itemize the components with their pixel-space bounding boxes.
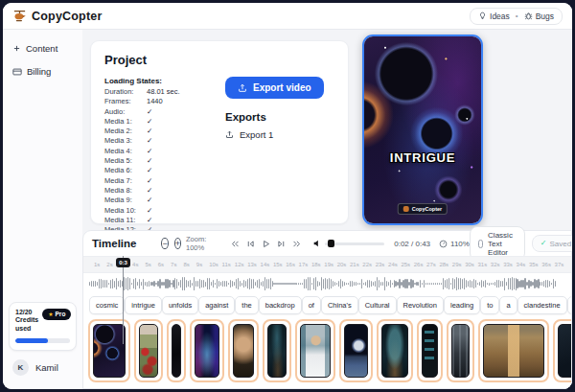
- ruler-tick: 26s: [414, 262, 424, 267]
- waveform-bar: [240, 281, 241, 286]
- sidebar-item-billing[interactable]: Billing: [12, 66, 73, 77]
- waveform-bar: [259, 279, 260, 288]
- stat-row: Media 2:✓: [104, 127, 218, 136]
- stat-row: Media 1:✓: [104, 117, 218, 127]
- waveform-bar: [479, 282, 480, 286]
- waveform-bar: [466, 280, 467, 288]
- waveform-bar: [149, 281, 150, 288]
- speed-gauge-icon: [439, 240, 448, 248]
- stat-label: Media 2:: [104, 127, 147, 136]
- skip-forward-button[interactable]: [292, 240, 301, 248]
- clip-scientist[interactable]: [295, 319, 335, 382]
- ruler-tick: 32s: [491, 262, 500, 267]
- waveform-bar: [147, 282, 148, 287]
- waveform-bar: [253, 279, 254, 288]
- next-frame-button[interactable]: [277, 240, 286, 248]
- video-preview[interactable]: INTRIGUE CopyCopter: [362, 35, 483, 225]
- volume-slider[interactable]: [325, 242, 384, 245]
- volume-slider-handle[interactable]: [328, 240, 334, 247]
- waveform-bar: [116, 278, 117, 290]
- clip-control-screens[interactable]: [417, 319, 443, 382]
- audio-waveform[interactable]: [89, 274, 565, 293]
- waveform-bar: [342, 281, 343, 287]
- waveform-bar: [504, 278, 505, 290]
- word-chip[interactable]: a: [499, 296, 517, 314]
- waveform-bar: [350, 281, 351, 287]
- word-chip[interactable]: war: [567, 296, 571, 314]
- stat-row: Frames:1440: [104, 97, 218, 106]
- stat-label: Media 3:: [104, 136, 147, 146]
- skip-back-button[interactable]: [231, 240, 240, 248]
- ideas-button[interactable]: Ideas: [478, 12, 510, 21]
- waveform-bar: [462, 279, 463, 289]
- ruler-tick: 6s: [158, 262, 164, 267]
- word-chip[interactable]: to: [480, 296, 499, 314]
- export-item[interactable]: Export 1: [225, 129, 334, 140]
- word-chip[interactable]: Revolution: [397, 296, 444, 314]
- word-chip[interactable]: intrigue: [125, 296, 162, 314]
- stat-row: Media 5:✓: [104, 156, 218, 166]
- timeline-ruler[interactable]: 1s2s3s4s5s6s7s8s9s10s11s12s13s14s15s16s1…: [83, 256, 571, 273]
- waveform-bar: [257, 280, 258, 288]
- waveform-bar: [481, 280, 482, 288]
- clip-elderly-man[interactable]: [228, 319, 259, 382]
- clip-planet-horizon[interactable]: [339, 319, 373, 382]
- stat-row: Media 10:✓: [104, 206, 218, 216]
- waveform-bar: [336, 283, 337, 286]
- helicopter-logo-icon: [12, 9, 27, 23]
- word-chip[interactable]: clandestine: [518, 296, 567, 314]
- clip-red-flower-field[interactable]: [134, 319, 163, 382]
- clip-war-room-map[interactable]: [377, 319, 413, 382]
- clip-dark-ship[interactable]: [553, 319, 571, 382]
- clip-neon-city[interactable]: [190, 319, 224, 382]
- waveform-bar: [494, 282, 495, 286]
- project-title: Project: [104, 53, 334, 67]
- waveform-bar: [377, 277, 378, 289]
- user-profile[interactable]: K Kamil: [9, 351, 77, 383]
- stat-row: Media 4:✓: [104, 147, 218, 156]
- clip-soldiers[interactable]: [447, 319, 474, 382]
- clip-dark-figure[interactable]: [167, 319, 186, 382]
- word-chip[interactable]: backdrop: [259, 296, 302, 314]
- waveform-bar: [367, 280, 368, 288]
- word-chip[interactable]: the: [235, 296, 258, 314]
- checkbox-icon[interactable]: [478, 240, 483, 248]
- ideas-label: Ideas: [490, 12, 510, 21]
- word-chip[interactable]: unfolds: [162, 296, 198, 314]
- bugs-button[interactable]: Bugs: [524, 12, 554, 21]
- pro-badge[interactable]: ★ Pro: [42, 309, 71, 320]
- word-chip[interactable]: against: [198, 296, 235, 314]
- feedback-separator: •: [516, 12, 518, 20]
- waveform-bar: [251, 279, 252, 288]
- clip-thumbnail-dark-scifi-room: [267, 324, 287, 378]
- clip-dark-scifi-room[interactable]: [263, 319, 291, 382]
- waveform-bar: [137, 282, 138, 287]
- export-video-button[interactable]: Export video: [225, 77, 324, 99]
- play-button[interactable]: [262, 240, 270, 248]
- word-chip[interactable]: cosmic: [89, 296, 125, 314]
- bugs-label: Bugs: [536, 12, 554, 21]
- waveform-bar: [470, 280, 471, 288]
- waveform-bar: [93, 281, 94, 287]
- previous-frame-button[interactable]: [246, 240, 255, 248]
- playback-speed[interactable]: 110%: [439, 240, 470, 248]
- waveform-bar: [242, 283, 242, 286]
- zoom-in-button[interactable]: +: [174, 238, 181, 249]
- waveform-bar: [139, 279, 140, 288]
- word-chip[interactable]: Cultural: [358, 296, 397, 314]
- credits-card: 12/20 Credits used ★ Pro: [9, 302, 77, 352]
- waveform-bar: [384, 277, 385, 291]
- waveform-bar: [357, 283, 358, 286]
- word-chip[interactable]: of: [302, 296, 321, 314]
- sidebar-item-content[interactable]: Content: [12, 43, 73, 54]
- zoom-out-button[interactable]: −: [161, 238, 168, 249]
- waveform-bar: [268, 279, 269, 288]
- clip-ancient-temple[interactable]: [478, 319, 549, 382]
- waveform-bar: [220, 282, 221, 286]
- playhead[interactable]: 0:3: [123, 256, 124, 344]
- saved-status-badge: ✓ Saved: [532, 235, 572, 252]
- word-chip[interactable]: China's: [321, 296, 358, 314]
- clip-space-planets[interactable]: [88, 319, 130, 382]
- waveform-bar: [510, 278, 511, 289]
- word-chip[interactable]: leading: [444, 296, 480, 314]
